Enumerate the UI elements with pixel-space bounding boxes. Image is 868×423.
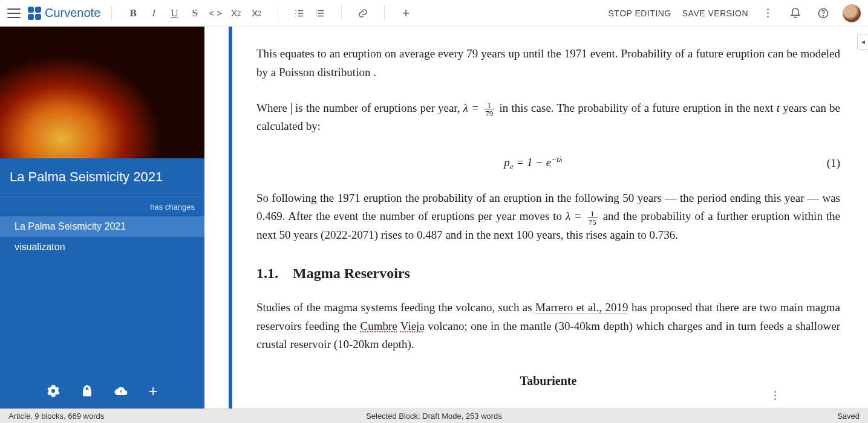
math-sup: −tλ	[551, 155, 562, 164]
project-hero-image	[0, 27, 204, 158]
status-center: Selected Block: Draft Mode, 253 words	[366, 412, 502, 421]
code-button[interactable]: < >	[205, 3, 226, 24]
math-fraction: 1 75	[587, 210, 598, 226]
project-title: La Palma Seismicity 2021	[0, 158, 204, 196]
paragraph[interactable]: Studies of the magma systems feeding the…	[256, 299, 840, 354]
sidebar-footer: +	[0, 373, 204, 408]
stop-editing-button[interactable]: STOP EDITING	[609, 8, 671, 18]
text-run: Where	[256, 102, 287, 114]
paragraph[interactable]: So following the 1971 eruption the proba…	[256, 189, 840, 245]
fraction-numerator: 1	[484, 101, 494, 109]
citation[interactable]: Marrero et al., 2019	[535, 301, 628, 314]
paragraph[interactable]: Where is the number of eruptions per yea…	[256, 99, 840, 137]
toolbar-divider	[111, 6, 112, 21]
underline-button[interactable]: U	[164, 3, 184, 24]
brand-mark-icon	[28, 7, 41, 20]
sidebar: La Palma Seismicity 2021 has changes La …	[0, 27, 204, 408]
math-var: p	[504, 156, 510, 169]
strikethrough-button[interactable]: S	[184, 3, 205, 24]
text-run: Studies of the magma systems feeding the…	[256, 301, 535, 314]
status-saved: Saved	[837, 412, 860, 421]
equation-number: (1)	[810, 154, 840, 173]
ordered-list-icon	[294, 8, 305, 19]
more-vertical-icon	[774, 391, 776, 400]
math-fraction: 1 79	[484, 101, 494, 117]
sidebar-item-article[interactable]: La Palma Seismicity 2021	[0, 216, 204, 237]
has-changes-label: has changes	[0, 196, 204, 216]
format-group-text: B I U S < > X2 X2	[123, 3, 267, 24]
math-sub: e	[510, 162, 514, 171]
svg-point-1	[823, 15, 824, 16]
more-vertical-icon	[767, 8, 769, 18]
document-viewport[interactable]: This equates to an eruption on average e…	[204, 27, 868, 408]
block-menu-button[interactable]	[766, 387, 783, 404]
top-toolbar: Curvenote B I U S < > X2 X2	[0, 0, 868, 27]
brand-name: Curvenote	[45, 6, 100, 20]
subscript-sub: 2	[237, 10, 241, 17]
brand-logo[interactable]: Curvenote	[28, 6, 100, 20]
main-area: La Palma Seismicity 2021 has changes La …	[0, 27, 868, 408]
add-page-button[interactable]: +	[148, 383, 157, 399]
equation-body: pe = 1 − e−tλ	[256, 153, 810, 173]
help-icon	[817, 7, 829, 19]
unordered-list-button[interactable]	[310, 3, 330, 24]
math-inline: t	[777, 102, 780, 114]
user-avatar[interactable]	[843, 4, 861, 22]
superscript-button[interactable]: X2	[246, 3, 267, 24]
unordered-list-icon	[315, 8, 325, 19]
more-menu-button[interactable]	[759, 5, 776, 22]
toolbar-divider	[384, 6, 385, 21]
paragraph[interactable]: This equates to an eruption on average e…	[256, 45, 840, 82]
toolbar-divider	[341, 6, 342, 21]
sidebar-item-visualization[interactable]: visualizaton	[0, 237, 204, 257]
fraction-denominator: 75	[587, 218, 598, 226]
status-bar: Article, 9 blocks, 669 words Selected Bl…	[0, 408, 868, 423]
ordered-list-button[interactable]	[289, 3, 310, 24]
lock-button[interactable]	[80, 384, 94, 398]
toolbar-divider	[278, 6, 278, 21]
text-run: is the number of eruptions per year,	[295, 102, 463, 114]
notifications-button[interactable]	[787, 5, 804, 22]
math-inline: λ =	[566, 210, 586, 222]
save-version-button[interactable]: SAVE VERSION	[682, 8, 748, 18]
help-button[interactable]	[815, 5, 832, 22]
subscript-button[interactable]: X2	[226, 3, 246, 24]
spellcheck-flag[interactable]: Vieja	[400, 320, 425, 332]
heading-2[interactable]: 1.1. Magma Reservoirs	[256, 262, 840, 285]
subscript-label: X	[231, 8, 237, 18]
link-icon	[357, 8, 368, 19]
status-left: Article, 9 blocks, 669 words	[8, 412, 104, 421]
math-inline: λ =	[463, 102, 482, 114]
fraction-numerator: 1	[587, 210, 598, 218]
link-button[interactable]	[353, 3, 373, 24]
superscript-sup: 2	[258, 10, 261, 17]
cloud-upload-icon	[114, 384, 128, 398]
cloud-upload-button[interactable]	[114, 384, 128, 398]
fraction-denominator: 79	[484, 109, 494, 117]
collapse-right-panel-button[interactable]: ◂	[857, 34, 868, 50]
superscript-label: X	[252, 8, 258, 18]
lock-icon	[80, 384, 94, 398]
hamburger-icon[interactable]	[7, 8, 21, 18]
text-run: in this case. The probability of a futur…	[500, 102, 777, 114]
spellcheck-flag[interactable]: Cumbre	[360, 320, 397, 332]
document-body[interactable]: This equates to an eruption on average e…	[256, 27, 840, 408]
gear-icon	[47, 384, 60, 398]
italic-button[interactable]: I	[143, 3, 164, 24]
truncated-heading: Taburiente	[256, 371, 840, 390]
add-block-button[interactable]: +	[396, 3, 416, 24]
project-settings-button[interactable]	[47, 384, 60, 398]
text-caret	[291, 103, 292, 115]
equation-block[interactable]: pe = 1 − e−tλ (1)	[256, 153, 840, 173]
block-indicator-strip	[229, 27, 232, 408]
bold-button[interactable]: B	[123, 3, 143, 24]
math-text: = 1 − e	[516, 156, 551, 169]
bell-icon	[789, 7, 801, 19]
format-group-list	[289, 3, 330, 24]
